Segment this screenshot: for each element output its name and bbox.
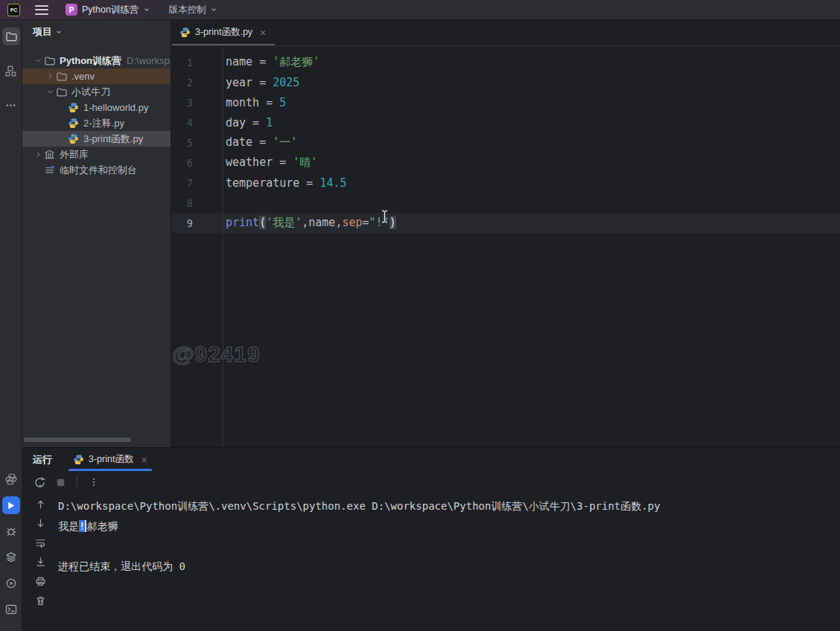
watermark: @92419 xyxy=(172,342,261,367)
jump-to-top-icon[interactable] xyxy=(34,497,47,510)
python-console-tool-icon[interactable] xyxy=(2,470,20,488)
structure-tool-icon[interactable] xyxy=(2,62,20,80)
line-number[interactable]: 3 xyxy=(172,97,193,109)
editor-area[interactable]: 3-print函数.py × 1name = '郝老狮'2year = 2025… xyxy=(172,20,840,447)
code-editor[interactable]: 1name = '郝老狮'2year = 20253month = 54day … xyxy=(172,47,840,233)
tool-window-bar xyxy=(0,20,22,631)
tree-item-label: 2-注释.py xyxy=(83,117,124,130)
line-number[interactable]: 1 xyxy=(172,57,193,68)
print-icon[interactable] xyxy=(34,574,47,588)
tree-item-.venv[interactable]: .venv xyxy=(22,68,171,84)
scroll-to-end-icon[interactable] xyxy=(34,555,47,568)
code-text: month = 5 xyxy=(226,96,286,109)
console-gutter-toolbar xyxy=(30,497,51,607)
tree-item-label: 临时文件和控制台 xyxy=(60,164,137,177)
tree-item-1-helloworld.py[interactable]: 1-helloworld.py xyxy=(22,100,171,115)
project-panel-title: 项目 xyxy=(33,25,52,39)
rerun-icon[interactable] xyxy=(32,475,47,490)
code-line-9[interactable]: 9print('我是',name,sep="!") xyxy=(172,213,840,233)
project-selector[interactable]: P Python训练营 xyxy=(61,1,155,18)
tree-item-Python训练营[interactable]: Python训练营D:\workspace\P xyxy=(22,53,171,68)
line-number[interactable]: 8 xyxy=(172,197,193,209)
chevron-down-icon[interactable] xyxy=(45,88,55,96)
run-toolbar xyxy=(22,471,840,493)
python-icon xyxy=(67,102,80,113)
line-number[interactable]: 6 xyxy=(172,157,193,169)
run-panel-title: 运行 xyxy=(33,453,52,467)
run-tool-icon[interactable] xyxy=(2,496,20,514)
line-number[interactable]: 2 xyxy=(172,77,193,89)
toolbar-divider xyxy=(77,476,77,488)
code-text: day = 1 xyxy=(226,116,273,129)
line-number[interactable]: 5 xyxy=(172,137,193,149)
more-options-icon[interactable] xyxy=(86,475,101,490)
code-text: print('我是',name,sep="!") xyxy=(226,216,396,230)
folder-icon xyxy=(43,55,56,66)
project-selector-label: Python训练营 xyxy=(82,4,139,16)
tree-item-label: .venv xyxy=(71,71,95,82)
line-number[interactable]: 7 xyxy=(172,177,193,189)
tree-item-临时文件和控制台[interactable]: 临时文件和控制台 xyxy=(22,162,171,178)
tree-item-label: 外部库 xyxy=(60,148,89,161)
terminal-tool-icon[interactable] xyxy=(2,600,20,618)
code-line-8[interactable]: 8 xyxy=(172,193,840,213)
tree-item-2-注释.py[interactable]: 2-注释.py xyxy=(22,115,171,131)
chevron-down-icon[interactable] xyxy=(33,57,43,65)
project-avatar: P xyxy=(66,4,77,16)
python-file-icon xyxy=(73,454,84,465)
services-tool-icon[interactable] xyxy=(2,548,20,566)
soft-wrap-icon[interactable] xyxy=(34,536,47,549)
code-line-3[interactable]: 3month = 5 xyxy=(172,92,840,112)
code-line-4[interactable]: 4day = 1 xyxy=(172,112,840,132)
run-tab-bar: 运行 3-print函数 × xyxy=(22,448,840,471)
tree-item-3-print函数.py[interactable]: 3-print函数.py xyxy=(22,131,171,147)
project-folder-tool-icon[interactable] xyxy=(2,28,20,45)
titlebar: PC P Python训练营 版本控制 xyxy=(0,0,840,20)
code-line-5[interactable]: 5date = '一' xyxy=(172,132,840,153)
main-menu-button[interactable] xyxy=(35,5,48,15)
run-tool-window: 运行 3-print函数 × D:\workspace\Python训练营\.v… xyxy=(22,447,840,631)
close-icon[interactable]: × xyxy=(141,455,147,465)
close-icon[interactable]: × xyxy=(260,28,266,38)
clear-all-icon[interactable] xyxy=(34,594,47,607)
console-line-1: D:\workspace\Python训练营\.venv\Scripts\pyt… xyxy=(58,496,834,516)
code-line-1[interactable]: 1name = '郝老狮' xyxy=(172,52,840,72)
tree-item-小试牛刀[interactable]: 小试牛刀 xyxy=(22,84,171,100)
code-text: temperature = 14.5 xyxy=(226,176,347,190)
more-tools-tool-icon[interactable] xyxy=(2,96,20,114)
tree-item-外部库[interactable]: 外部库 xyxy=(22,147,171,162)
code-text: name = '郝老狮' xyxy=(226,55,319,69)
chevron-right-icon[interactable] xyxy=(45,72,55,80)
folder-icon xyxy=(55,86,68,97)
profiler-tool-icon[interactable] xyxy=(2,574,20,592)
code-line-6[interactable]: 6weather = '晴' xyxy=(172,153,840,173)
horizontal-scrollbar[interactable] xyxy=(24,438,131,442)
code-text: weather = '晴' xyxy=(226,156,317,170)
line-number[interactable]: 4 xyxy=(172,117,193,129)
editor-tab-3-print[interactable]: 3-print函数.py × xyxy=(172,19,275,45)
code-text: year = 2025 xyxy=(226,76,299,89)
console-line-4: 进程已结束，退出代码为 0 xyxy=(58,557,834,577)
jump-to-bottom-icon[interactable] xyxy=(34,516,47,530)
console-output[interactable]: D:\workspace\Python训练营\.venv\Scripts\pyt… xyxy=(58,496,834,577)
run-tab-3-print[interactable]: 3-print函数 × xyxy=(69,448,152,471)
chevron-down-icon xyxy=(210,6,217,13)
text-cursor-pointer xyxy=(381,210,389,223)
code-line-7[interactable]: 7temperature = 14.5 xyxy=(172,173,840,193)
project-tree: Python训练营D:\workspace\P.venv小试牛刀1-hellow… xyxy=(22,53,171,178)
tree-item-label: Python训练营 xyxy=(60,54,121,68)
project-panel-header[interactable]: 项目 xyxy=(22,20,171,44)
python-file-icon xyxy=(179,27,191,38)
vcs-widget[interactable]: 版本控制 xyxy=(164,1,222,18)
python-icon xyxy=(67,133,80,144)
console-line-2: 我是!郝老狮 xyxy=(58,516,834,536)
console-line-3 xyxy=(58,536,834,557)
vcs-label: 版本控制 xyxy=(168,4,206,16)
library-icon xyxy=(43,149,56,160)
code-line-2[interactable]: 2year = 2025 xyxy=(172,72,840,92)
line-number[interactable]: 9 xyxy=(172,217,193,229)
debug-tool-icon[interactable] xyxy=(2,522,20,540)
chevron-right-icon[interactable] xyxy=(33,150,43,158)
stop-icon[interactable] xyxy=(53,475,68,490)
selected-text: ! xyxy=(79,520,85,532)
